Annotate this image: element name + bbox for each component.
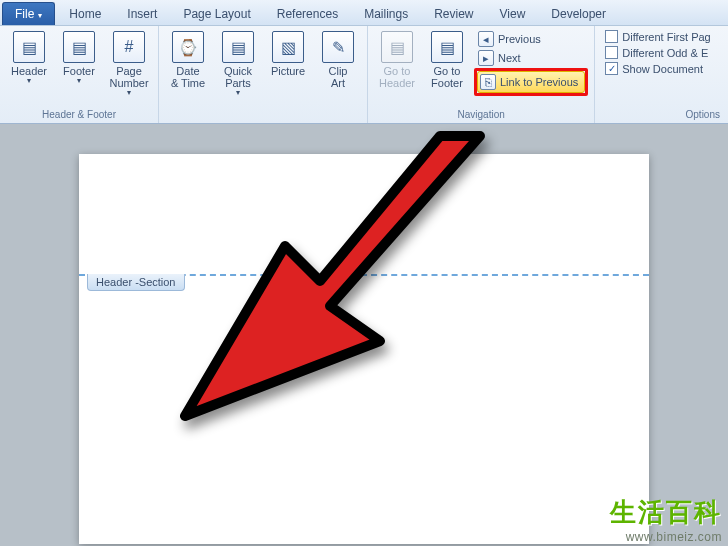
link-to-previous-label: Link to Previous	[500, 76, 578, 88]
different-first-page-label: Different First Pag	[622, 31, 710, 43]
date-time-icon: ⌚	[172, 31, 204, 63]
watermark-url: www.bimeiz.com	[610, 530, 722, 544]
header-section-tab: Header -Section	[87, 274, 185, 291]
clip-art-label: Clip Art	[329, 65, 348, 89]
header-label: Header	[11, 65, 47, 77]
clip-art-icon: ✎	[322, 31, 354, 63]
page-number-button[interactable]: # Page Number	[104, 28, 154, 98]
tab-view[interactable]: View	[488, 3, 538, 25]
picture-button[interactable]: ▧ Picture	[263, 28, 313, 98]
link-to-previous-button[interactable]: ⎘ Link to Previous	[477, 71, 585, 93]
document-workspace: Header -Section 生活百科 www.bimeiz.com	[0, 124, 728, 546]
previous-icon: ◂	[478, 31, 494, 47]
header-icon: ▤	[13, 31, 45, 63]
date-time-label: Date & Time	[171, 65, 205, 89]
group-header-footer: ▤ Header ▤ Footer # Page Number Header &…	[0, 26, 159, 123]
next-icon: ▸	[478, 50, 494, 66]
document-page[interactable]: Header -Section	[79, 154, 649, 544]
header-button[interactable]: ▤ Header	[4, 28, 54, 98]
goto-header-label: Go to Header	[379, 65, 415, 89]
footer-label: Footer	[63, 65, 95, 77]
show-document-text-label: Show Document	[622, 63, 703, 75]
group-options-label: Options	[599, 107, 724, 123]
footer-button[interactable]: ▤ Footer	[54, 28, 104, 98]
ribbon: ▤ Header ▤ Footer # Page Number Header &…	[0, 26, 728, 124]
tab-page-layout[interactable]: Page Layout	[171, 3, 262, 25]
tab-review[interactable]: Review	[422, 3, 485, 25]
watermark-title: 生活百科	[610, 495, 722, 530]
goto-footer-button[interactable]: ▤ Go to Footer	[422, 28, 472, 98]
goto-footer-label: Go to Footer	[431, 65, 463, 89]
checkbox-icon	[605, 46, 618, 59]
link-to-previous-highlight: ⎘ Link to Previous	[474, 68, 588, 96]
watermark: 生活百科 www.bimeiz.com	[610, 495, 722, 544]
different-first-page-checkbox[interactable]: Different First Pag	[601, 29, 714, 44]
group-insert: ⌚ Date & Time ▤ Quick Parts ▧ Picture ✎ …	[159, 26, 368, 123]
group-insert-label	[163, 107, 363, 123]
footer-icon: ▤	[63, 31, 95, 63]
tab-references[interactable]: References	[265, 3, 350, 25]
checkbox-icon	[605, 30, 618, 43]
checkbox-checked-icon: ✓	[605, 62, 618, 75]
group-navigation: ▤ Go to Header ▤ Go to Footer ◂ Previous…	[368, 26, 595, 123]
show-document-text-checkbox[interactable]: ✓ Show Document	[601, 61, 714, 76]
picture-label: Picture	[271, 65, 305, 77]
goto-header-button[interactable]: ▤ Go to Header	[372, 28, 422, 98]
date-time-button[interactable]: ⌚ Date & Time	[163, 28, 213, 98]
group-header-footer-label: Header & Footer	[4, 107, 154, 123]
tab-insert[interactable]: Insert	[115, 3, 169, 25]
previous-label: Previous	[498, 33, 541, 45]
different-odd-even-label: Different Odd & E	[622, 47, 708, 59]
page-number-label: Page Number	[109, 65, 148, 89]
link-to-previous-icon: ⎘	[480, 74, 496, 90]
page-number-icon: #	[113, 31, 145, 63]
clip-art-button[interactable]: ✎ Clip Art	[313, 28, 363, 98]
previous-button[interactable]: ◂ Previous	[474, 30, 588, 48]
quick-parts-label: Quick Parts	[224, 65, 252, 89]
goto-footer-icon: ▤	[431, 31, 463, 63]
different-odd-even-checkbox[interactable]: Different Odd & E	[601, 45, 714, 60]
tab-home[interactable]: Home	[57, 3, 113, 25]
goto-header-icon: ▤	[381, 31, 413, 63]
tab-file[interactable]: File▾	[2, 2, 55, 25]
tab-developer[interactable]: Developer	[539, 3, 618, 25]
ribbon-tabstrip: File▾ Home Insert Page Layout References…	[0, 0, 728, 26]
next-button[interactable]: ▸ Next	[474, 49, 588, 67]
group-options: Different First Pag Different Odd & E ✓ …	[595, 26, 728, 123]
tab-mailings[interactable]: Mailings	[352, 3, 420, 25]
group-navigation-label: Navigation	[372, 107, 590, 123]
picture-icon: ▧	[272, 31, 304, 63]
next-label: Next	[498, 52, 521, 64]
quick-parts-icon: ▤	[222, 31, 254, 63]
quick-parts-button[interactable]: ▤ Quick Parts	[213, 28, 263, 98]
